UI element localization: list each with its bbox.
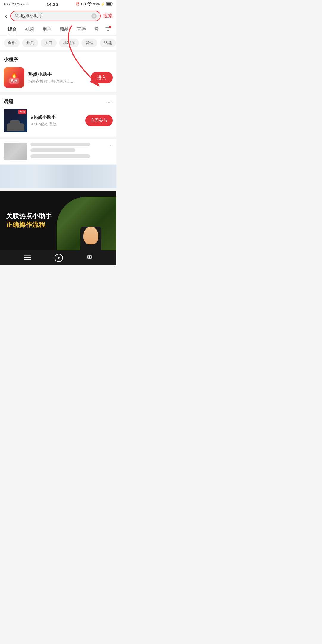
topic-title: 话题	[4, 99, 106, 105]
filter-tag-all[interactable]: 全部	[4, 39, 20, 47]
topic-plays: 371.5亿次播放	[31, 121, 82, 127]
tab-live[interactable]: 直播	[73, 24, 90, 35]
enter-button[interactable]: 进入	[91, 72, 113, 83]
battery-label: 96%	[93, 2, 100, 6]
search-icon	[15, 13, 19, 18]
mini-program-info: 热点小助手 为热点投稿，帮你快速上…	[28, 71, 87, 84]
status-dots: ···	[26, 2, 29, 6]
wifi-icon	[87, 2, 92, 6]
mini-program-icon: 🔥 热榜	[4, 67, 24, 88]
status-bar: 4G ıll 2.2M/s ψ ··· 14:35 ⏰ HD 96% ⚡	[0, 0, 116, 8]
signal-icon: 4G	[4, 2, 8, 6]
back-nav-icon[interactable]	[86, 254, 92, 262]
search-input[interactable]: 热点小助手	[21, 13, 89, 19]
status-right: ⏰ HD 96% ⚡	[76, 2, 113, 6]
topic-more-button[interactable]: ···	[106, 100, 110, 104]
blurred-card-1: ···	[0, 139, 116, 164]
video-banner[interactable]: 关联热点小助手 正确操作流程	[0, 191, 116, 250]
mini-program-card: 🔥 热榜 热点小助手 为热点投稿，帮你快速上… 进入	[4, 67, 113, 88]
svg-rect-9	[24, 255, 31, 256]
search-button[interactable]: 搜索	[103, 13, 113, 19]
content-section-1: ···	[0, 139, 116, 164]
blurred-line-2	[30, 148, 75, 152]
speed-indicator: 2.2M/s	[12, 2, 22, 6]
svg-rect-1	[112, 3, 113, 5]
topic-section: 话题 ··· › 热榜 #热点小助手 371.5亿次播放 立即参与	[0, 95, 116, 137]
video-title-line2: 正确操作流程	[6, 221, 45, 229]
search-bar: ‹ 热点小助手 × 搜索	[0, 8, 116, 24]
filter-tags: 全部 开关 入口 小程序 管理 话题	[0, 36, 116, 50]
svg-rect-2	[107, 3, 111, 5]
topic-info: #热点小助手 371.5亿次播放	[31, 114, 82, 127]
back-button[interactable]: ‹	[4, 12, 8, 20]
blurred-image-2	[0, 165, 116, 188]
clear-button[interactable]: ×	[91, 13, 97, 19]
clock: 14:35	[47, 2, 58, 7]
mini-program-title: 小程序	[4, 57, 113, 63]
video-title-line1: 关联热点小助手	[6, 212, 52, 221]
content-section-2	[0, 165, 116, 188]
svg-rect-10	[24, 257, 31, 258]
blurred-thumb-1	[4, 143, 27, 160]
filter-tag-manage[interactable]: 管理	[81, 39, 97, 47]
mini-program-name: 热点小助手	[28, 71, 87, 78]
topic-card: 热榜 #热点小助手 371.5亿次播放 立即参与	[4, 109, 113, 132]
topic-header: 话题 ··· ›	[4, 99, 113, 105]
mini-program-section: 小程序 🔥 热榜 热点小助手 为热点投稿，帮你快速上… 进入	[0, 52, 116, 92]
topic-name: #热点小助手	[31, 114, 82, 120]
tab-video[interactable]: 视频	[21, 24, 38, 35]
hot-badge: 热榜	[9, 78, 19, 84]
blurred-line-1	[30, 143, 90, 146]
filter-button[interactable]	[103, 24, 113, 35]
signal-bars: ıll	[9, 2, 11, 6]
search-input-wrap[interactable]: 热点小助手 ×	[10, 11, 101, 21]
card-more-button-1[interactable]: ···	[108, 143, 113, 149]
topic-overlay-badge: 热榜	[18, 110, 26, 114]
person-head	[83, 227, 98, 244]
filter-tag-topic[interactable]: 话题	[100, 39, 116, 47]
bottom-nav	[0, 250, 116, 265]
car-silhouette	[7, 123, 24, 131]
participate-button[interactable]: 立即参与	[85, 115, 113, 126]
svg-line-4	[18, 16, 19, 18]
video-card: 关联热点小助手 正确操作流程	[0, 191, 116, 250]
hd-label: HD	[81, 2, 86, 6]
usb-icon: ψ	[23, 2, 25, 6]
topic-thumbnail: 热榜	[4, 109, 27, 132]
blurred-line-3	[30, 154, 90, 158]
charge-icon: ⚡	[101, 2, 105, 6]
filter-badge	[109, 26, 111, 28]
tab-comprehensive[interactable]: 综合	[4, 24, 21, 35]
home-dot	[58, 257, 60, 259]
alarm-icon: ⏰	[76, 2, 80, 6]
mini-program-desc: 为热点投稿，帮你快速上…	[28, 79, 87, 84]
battery-icon	[106, 2, 113, 6]
enter-button-wrap: 进入	[91, 72, 113, 83]
filter-tag-miniapp[interactable]: 小程序	[59, 39, 79, 47]
menu-icon[interactable]	[24, 254, 31, 262]
filter-tag-entry[interactable]: 入口	[41, 39, 57, 47]
tab-user[interactable]: 用户	[38, 24, 55, 35]
topic-more-arrow[interactable]: ›	[111, 99, 113, 105]
tab-music[interactable]: 音	[90, 24, 103, 35]
fire-icon: 🔥	[9, 72, 19, 78]
filter-tag-switch[interactable]: 开关	[22, 39, 38, 47]
svg-rect-11	[24, 259, 31, 260]
tab-product[interactable]: 商品	[55, 24, 73, 35]
home-button[interactable]	[55, 254, 63, 262]
tabs-row: 综合 视频 用户 商品 直播 音	[0, 24, 116, 35]
blurred-content-1	[30, 143, 105, 160]
status-left: 4G ıll 2.2M/s ψ ···	[4, 2, 29, 6]
